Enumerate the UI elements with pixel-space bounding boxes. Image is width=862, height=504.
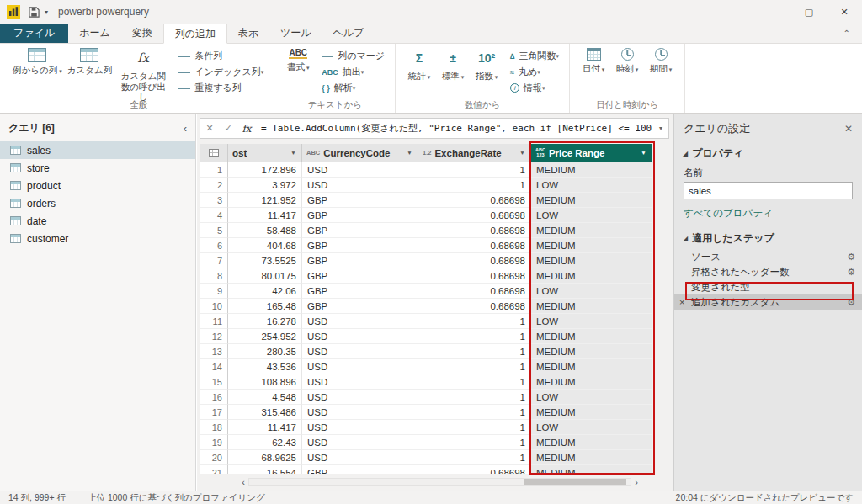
row-number: 6 [200,238,228,253]
cell-unitcost: 16.278 [228,314,302,329]
cell-exchange-rate: 0.68698 [418,465,531,474]
formula-input[interactable]: = Table.AddColumn(変更された型, "Price Range",… [256,122,653,135]
table-row: 15108.896USD1MEDIUM [200,374,652,390]
scientific-button[interactable]: 10²指数 ▾ [470,46,503,82]
scrollbar-track[interactable] [248,478,631,486]
cell-currency-code: USD [302,329,418,344]
table-row: 2068.9625USD1MEDIUM [200,450,652,465]
merge-columns-button[interactable]: 列のマージ [318,48,388,64]
cell-price-range: MEDIUM [531,344,652,359]
column-header-currency-code[interactable]: ABCCurrencyCode▼ [302,144,418,162]
horizontal-scrollbar[interactable]: ‹ › [238,477,641,487]
filter-dropdown-icon[interactable]: ▼ [287,146,300,159]
cell-price-range: MEDIUM [531,359,652,374]
time-button[interactable]: 時刻 ▾ [610,46,644,74]
cell-exchange-rate: 1 [418,344,531,359]
save-icon[interactable] [29,7,40,18]
index-column-button[interactable]: インデックス列 ▾ [175,64,267,80]
filter-dropdown-icon[interactable]: ▼ [403,146,416,159]
formula-expand-icon[interactable]: ▾ [653,125,668,132]
table-row: 942.06GBP0.68698LOW [200,284,652,299]
table-row: 411.417GBP0.68698LOW [200,208,652,223]
query-settings-close-icon[interactable]: ✕ [844,123,853,135]
query-item-store[interactable]: store [0,159,195,177]
ribbon-tab-add-column[interactable]: 列の追加 [163,24,227,44]
ribbon-tab-home[interactable]: ホーム [68,24,121,43]
information-button[interactable]: i情報 ▾ [507,80,562,96]
applied-step-promoted-headers[interactable]: 昇格されたヘッダー数⚙ [674,264,862,279]
ribbon-tab-file[interactable]: ファイル [0,24,68,43]
cell-unitcost: 121.952 [228,193,302,208]
step-settings-gear-icon[interactable]: ⚙ [847,267,855,278]
formula-check-icon[interactable]: ✓ [219,123,237,134]
scroll-right-icon[interactable]: › [631,477,641,487]
cell-currency-code: USD [302,359,418,374]
step-settings-gear-icon[interactable]: ⚙ [847,252,855,263]
cell-exchange-rate: 0.68698 [418,299,531,314]
date-button[interactable]: 日付 ▾ [577,46,610,74]
maximize-button[interactable]: ▢ [791,0,827,24]
query-item-customer[interactable]: customer [0,230,195,247]
query-item-sales[interactable]: sales [0,141,195,159]
scrollbar-thumb[interactable] [524,479,626,485]
profiling-status-text[interactable]: 上位 1000 行に基づく列のプロファイリング [88,492,265,504]
dropdown-arrow-icon: ▾ [634,66,638,72]
scroll-left-icon[interactable]: ‹ [238,477,248,487]
row-number: 12 [200,329,228,344]
ribbon-tab-view[interactable]: 表示 [227,24,269,43]
cell-exchange-rate: 0.68698 [418,268,531,284]
cell-price-range: MEDIUM [531,405,652,420]
custom-column-button[interactable]: カスタム列 [65,46,114,76]
trigonometry-button[interactable]: ∆三角関数 ▾ [507,48,562,64]
ribbon-tab-help[interactable]: ヘルプ [322,24,375,43]
cell-exchange-rate: 1 [418,359,531,374]
query-item-product[interactable]: product [0,177,195,194]
close-button[interactable]: ✕ [827,0,862,24]
ribbon-tab-transform[interactable]: 変換 [121,24,163,43]
column-header-price-range[interactable]: ABC123Price Range▼ [531,144,652,162]
applied-step-source[interactable]: ソース⚙ [674,249,862,264]
filter-dropdown-icon[interactable]: ▼ [516,146,529,159]
query-name-input[interactable] [684,182,853,199]
standard-button[interactable]: ±標準 ▾ [436,46,470,82]
time-icon [621,48,634,61]
delete-step-icon[interactable]: × [679,297,684,307]
quick-access-dropdown-icon[interactable]: ▾ [45,8,48,16]
filter-dropdown-icon[interactable]: ▼ [637,146,650,159]
ribbon-tab-tools[interactable]: ツール [269,24,322,43]
invoke-custom-function-button[interactable]: fxカスタム関数の呼び出し [114,46,172,103]
all-properties-link[interactable]: すべてのプロパティ [684,207,773,220]
cell-price-range: MEDIUM [531,268,652,284]
statistics-button[interactable]: Σ統計 ▾ [402,46,436,82]
column-from-examples-button[interactable]: 例からの列 ▾ [10,46,65,76]
parse-button[interactable]: { }解析 ▾ [318,80,388,96]
rounding-button[interactable]: ≈丸め ▾ [507,64,562,80]
row-number: 3 [200,193,228,208]
ribbon-collapse-icon[interactable]: ⌃ [843,24,862,43]
conditional-column-button[interactable]: 条件列 [175,48,267,64]
properties-section-header[interactable]: ◢ プロパティ [683,146,854,161]
minimize-button[interactable]: – [756,0,791,24]
step-settings-gear-icon[interactable]: ⚙ [847,297,855,308]
row-number: 19 [200,435,228,450]
query-item-date[interactable]: date [0,212,195,230]
format-button[interactable]: ABC書式 ▾ [281,46,315,72]
applied-step-changed-type[interactable]: 変更された型 [674,279,862,294]
extract-button[interactable]: ABC抽出 ▾ [318,64,388,80]
column-header-unitcost[interactable]: ost▼ [228,144,302,162]
applied-step-added-custom[interactable]: ×追加されたカスタム⚙ [674,294,862,310]
cell-unitcost: 80.0175 [228,268,302,284]
formula-cancel-icon[interactable]: ✕ [200,123,219,134]
cell-exchange-rate: 0.68698 [418,208,531,223]
dropdown-arrow-icon: ▾ [556,53,560,60]
queries-pane-collapse-icon[interactable]: ‹ [184,122,187,135]
applied-steps-section-header[interactable]: ◢ 適用したステップ [683,231,854,246]
duplicate-column-button[interactable]: 重複する列 [175,80,267,96]
duration-button[interactable]: 期間 ▾ [644,46,678,74]
query-item-orders[interactable]: orders [0,194,195,212]
select-all-corner[interactable] [200,144,228,162]
column-header-exchange-rate[interactable]: 1.2ExchangeRate▼ [418,144,531,162]
cell-price-range: LOW [531,178,652,193]
dropdown-arrow-icon: ▾ [305,65,309,71]
cell-currency-code: USD [302,178,418,193]
